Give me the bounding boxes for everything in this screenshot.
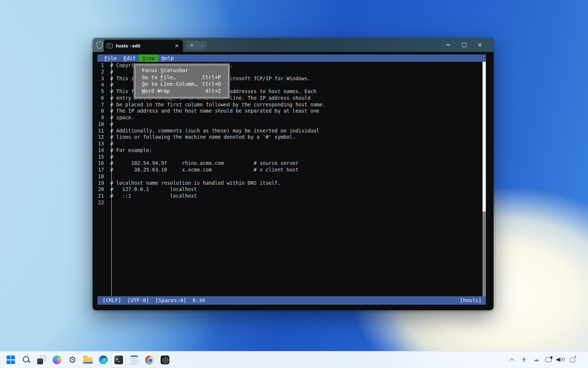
line-text: # [107, 141, 113, 147]
taskbar-recorder-app-icon[interactable] [158, 353, 172, 367]
statusbar-segment[interactable]: [Spaces:4] [155, 296, 186, 305]
menu-item-go-to-file[interactable]: Go to File…Ctrl+P [135, 74, 228, 81]
cmd-window-icon [107, 43, 113, 48]
editor-line: 13# [97, 141, 483, 147]
statusbar-segment[interactable]: 6:34 [193, 296, 205, 305]
taskbar-notepad-icon[interactable] [128, 353, 141, 367]
line-number: 7 [97, 102, 107, 108]
taskbar-chrome-browser-icon[interactable] [143, 353, 156, 367]
editor-line: 21# ::1 localhost [97, 193, 483, 199]
line-number: 21 [97, 193, 107, 199]
recorder-app-icon [161, 355, 169, 364]
line-number: 18 [97, 173, 107, 180]
system-tray: ☁ [507, 354, 588, 366]
terminal-icon [114, 355, 123, 364]
line-number: 16 [97, 160, 107, 167]
menubar-item-view[interactable]: View [139, 54, 158, 62]
line-number: 20 [97, 186, 107, 193]
lightning-app-icon [522, 357, 527, 363]
line-number: 3 [97, 75, 107, 82]
menu-item-label: Focus Statusbar [142, 67, 221, 74]
start-icon [7, 355, 15, 364]
menu-item-word-wrap[interactable]: Word WrapAlt+Z [135, 88, 228, 95]
tab-close-icon[interactable]: ✕ [173, 43, 180, 49]
line-text: # 127.0.0.1 localhost [107, 186, 197, 193]
editor-line: 22 [97, 199, 483, 206]
tray-lightning-app-icon[interactable] [519, 354, 529, 366]
new-tab-button[interactable]: + [187, 41, 197, 49]
copilot-icon [53, 355, 61, 364]
gutter-separator [111, 62, 112, 296]
line-number: 17 [97, 167, 107, 173]
menu-item-shortcut: Alt+Z [205, 88, 221, 95]
editor-line: 19# localhost name resolution is handled… [97, 180, 483, 187]
line-text: # [107, 121, 113, 128]
editor-line: 14# For example: [97, 147, 483, 154]
line-number: 14 [97, 147, 107, 154]
editor-line: 20# 127.0.0.1 localhost [97, 186, 483, 193]
editor-line: 18 [97, 173, 483, 180]
taskbar-search-icon[interactable] [19, 353, 33, 367]
line-text: # [107, 69, 113, 75]
line-text: # be placed in the first column followed… [107, 102, 325, 108]
line-number: 22 [97, 199, 107, 206]
minimize-button[interactable] [440, 38, 456, 52]
titlebar[interactable]: hosts - edit ✕ + ⌄ ✕ [93, 38, 494, 52]
close-button[interactable]: ✕ [472, 38, 488, 52]
chrome-browser-icon [145, 355, 154, 364]
taskbar-start-icon[interactable] [4, 353, 17, 367]
tray-do-not-disturb-bell-icon[interactable] [567, 354, 578, 366]
view-dropdown-menu: Focus StatusbarGo to File…Ctrl+PGo to Li… [133, 63, 230, 99]
editor-line: 12# lines or following the machine name … [97, 134, 483, 141]
line-number: 2 [97, 69, 107, 75]
line-text: # lines or following the machine name de… [107, 134, 295, 141]
file-explorer-icon [83, 356, 93, 364]
tray-display-device-icon[interactable] [543, 354, 553, 366]
tray-onedrive-cloud-icon[interactable]: ☁ [531, 354, 541, 366]
editor-line: 7# be placed in the first column followe… [97, 102, 483, 108]
statusbar-segment[interactable]: [CRLF] [103, 296, 121, 305]
tab-title: hosts - edit [116, 43, 171, 49]
tab-hosts-edit[interactable]: hosts - edit ✕ [104, 40, 183, 52]
statusbar-segment[interactable]: [UTF-8] [128, 296, 149, 305]
statusbar-filename: [hosts] [460, 296, 481, 305]
line-number: 19 [97, 180, 107, 187]
taskbar-copilot-icon[interactable] [50, 353, 64, 367]
taskbar-app-icons: ⚙ [0, 353, 172, 367]
editor-line: 16# 102.54.94.97 rhino.acme.com # source… [97, 160, 483, 167]
line-number: 4 [97, 82, 107, 88]
tray-volume-speaker-icon[interactable] [555, 354, 566, 366]
menu-item-focus-statusbar[interactable]: Focus Statusbar [135, 67, 228, 74]
menubar-item-help[interactable]: Help [158, 54, 177, 62]
tray-hidden-icons-chevron-icon[interactable] [507, 354, 517, 366]
menu-item-label: Go to File… [142, 74, 202, 81]
line-number: 5 [97, 88, 107, 95]
line-text: # space. [107, 114, 134, 121]
scrollbar[interactable] [483, 62, 486, 296]
line-text: # 38.25.63.10 x.acme.com # x client host [107, 167, 298, 173]
taskbar-terminal-icon[interactable] [112, 353, 125, 367]
task-view-icon [37, 355, 46, 364]
menu-item-go-to-line-column[interactable]: Go to Line:Column…Ctrl+G [135, 81, 228, 88]
desktop-wallpaper: hosts - edit ✕ + ⌄ ✕ FileEditViewHelp 1#… [0, 0, 588, 368]
menubar-item-file[interactable]: File [101, 54, 120, 62]
editor-line: 15# [97, 154, 483, 160]
taskbar-edge-browser-icon[interactable] [97, 353, 110, 367]
menu-item-label: Word Wrap [142, 88, 205, 95]
line-text: # The IP address and the host name shoul… [107, 108, 319, 114]
edge-browser-icon [99, 355, 108, 364]
menu-item-shortcut: Ctrl+G [202, 81, 221, 88]
scrollbar-thumb[interactable] [483, 62, 486, 212]
taskbar-file-explorer-icon[interactable] [81, 353, 94, 367]
menubar-item-edit[interactable]: Edit [120, 54, 139, 62]
taskbar-settings-gear-icon[interactable]: ⚙ [66, 353, 79, 367]
menu-item-shortcut: Ctrl+P [202, 74, 221, 81]
editor-line: 9# space. [97, 114, 483, 121]
taskbar-task-view-icon[interactable] [35, 353, 48, 367]
search-icon [22, 355, 31, 364]
line-number: 10 [97, 121, 107, 128]
editor-line: 11# Additionally, comments (such as thes… [97, 128, 483, 134]
maximize-button[interactable] [456, 38, 472, 52]
tab-dropdown-button[interactable]: ⌄ [197, 41, 207, 49]
display-device-icon [545, 357, 552, 362]
